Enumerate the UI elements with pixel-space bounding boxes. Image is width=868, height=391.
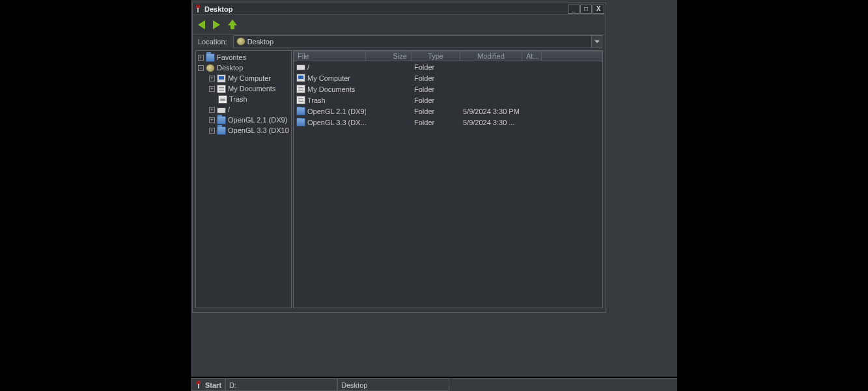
tree-desktop[interactable]: − Desktop [196,63,291,73]
expand-toggle[interactable]: + [209,76,215,81]
collapse-toggle[interactable]: − [198,65,204,71]
file-name: My Computer [307,74,350,82]
expand-toggle[interactable]: + [209,107,215,113]
tree-opengl21[interactable]: + OpenGL 2.1 (DX9) [196,115,291,125]
folder-icon [206,53,215,62]
file-name: Trash [307,96,326,104]
wine-icon [195,381,203,390]
computer-icon [217,74,226,83]
back-icon[interactable] [198,20,205,29]
tree-label: OpenGL 2.1 (DX9) [228,116,287,124]
close-button[interactable]: X [593,5,604,14]
window-title: Desktop [202,5,567,13]
folder-icon [296,107,305,115]
file-modified: 5/9/2024 3:30 PM [460,108,522,115]
tree-trash[interactable]: Trash [196,94,291,104]
column-headers: File Size Type Modified At... [294,51,602,61]
list-item[interactable]: OpenGL 2.1 (DX9)Folder5/9/2024 3:30 PM [294,106,602,117]
tree-my-documents[interactable]: + My Documents [196,83,291,94]
file-browser-window: Desktop _ □ X Location: Desktop + Favori… [192,3,606,313]
file-name: / [307,63,309,71]
start-label: Start [205,381,221,389]
col-type[interactable]: Type [412,51,460,61]
list-item[interactable]: My ComputerFolder [294,72,602,83]
file-type: Folder [412,108,460,115]
location-label: Location: [196,38,229,46]
tree-favorites[interactable]: + Favorites [196,52,291,63]
file-type: Folder [412,74,460,82]
taskbar-desktop-label: Desktop [341,381,367,389]
col-spacer [542,51,602,61]
drive-icon [296,65,305,70]
desktop-icon [206,64,215,72]
expand-toggle[interactable]: + [209,86,215,92]
tree-label: My Computer [228,74,271,82]
folder-tree[interactable]: + Favorites − Desktop + My Computer + M [195,50,292,308]
minimize-button[interactable]: _ [568,5,580,14]
desktop-icon [236,37,245,46]
location-bar: Location: Desktop [193,35,606,50]
col-file[interactable]: File [294,51,366,61]
taskbar-d[interactable]: D: [225,379,337,391]
expand-toggle[interactable]: + [198,55,204,61]
list-item[interactable]: OpenGL 3.3 (DX...Folder5/9/2024 3:30 ... [294,117,602,128]
tree-label: Desktop [217,64,243,72]
expand-toggle[interactable]: + [209,128,215,134]
doc-icon [296,96,305,104]
location-combo[interactable]: Desktop [233,35,602,48]
list-item[interactable]: /Folder [294,61,602,72]
file-list: File Size Type Modified At... /FolderMy … [293,50,603,308]
file-name: My Documents [307,85,355,93]
forward-icon[interactable] [213,20,220,29]
folder-icon [296,118,305,126]
location-value: Desktop [247,38,591,46]
col-modified[interactable]: Modified [460,51,522,61]
file-rows[interactable]: /FolderMy ComputerFolderMy DocumentsFold… [294,61,602,308]
maximize-button[interactable]: □ [580,5,592,14]
doc-icon [296,85,305,93]
file-type: Folder [412,96,460,104]
file-type: Folder [412,85,460,93]
tree-my-computer[interactable]: + My Computer [196,73,291,83]
trash-icon [218,95,227,104]
taskbar-desktop[interactable]: Desktop [337,379,449,391]
nav-toolbar [193,15,606,35]
tree-label: / [228,106,230,113]
tree-label: Trash [229,95,247,103]
tree-root[interactable]: + / [196,104,291,115]
tree-label: Favorites [217,53,246,61]
tree-label: OpenGL 3.3 (DX10 [228,126,289,134]
taskbar-d-label: D: [229,381,236,389]
tree-label: My Documents [228,85,275,93]
expand-toggle[interactable]: + [209,117,215,123]
chevron-down-icon[interactable] [591,36,602,48]
up-icon[interactable] [228,20,237,29]
file-name: OpenGL 3.3 (DX... [307,119,366,126]
taskbar: Start D: Desktop [191,378,677,391]
file-name: OpenGL 2.1 (DX9) [307,108,366,115]
folder-icon [217,116,226,124]
tree-opengl33[interactable]: + OpenGL 3.3 (DX10 [196,125,291,136]
wine-icon [194,5,202,14]
computer-icon [296,74,305,82]
file-modified: 5/9/2024 3:30 ... [460,119,522,126]
file-type: Folder [412,119,460,126]
drive-icon [217,108,226,113]
col-size[interactable]: Size [366,51,412,61]
start-button[interactable]: Start [191,379,225,391]
list-item[interactable]: My DocumentsFolder [294,83,602,94]
folder-icon [217,126,226,135]
col-attr[interactable]: At... [522,51,542,61]
documents-icon [217,85,226,93]
list-item[interactable]: TrashFolder [294,94,602,106]
file-type: Folder [412,63,460,71]
titlebar[interactable]: Desktop _ □ X [193,3,606,15]
